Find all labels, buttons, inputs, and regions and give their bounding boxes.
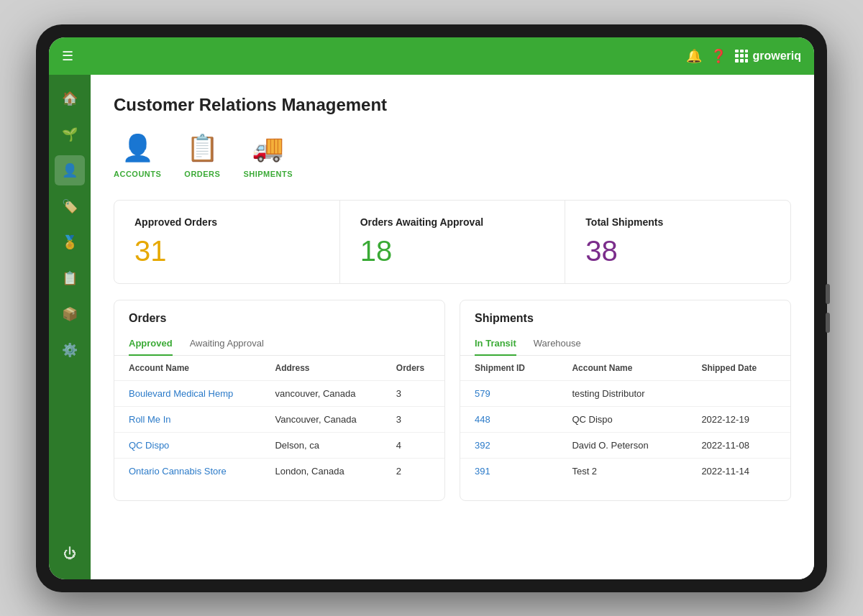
sidebar-item-award[interactable]: 🏅 xyxy=(55,227,85,257)
shipment-date: 2022-12-19 xyxy=(687,406,790,432)
approved-orders-label: Approved Orders xyxy=(134,216,319,228)
sidebar-item-clipboard[interactable]: 📋 xyxy=(55,263,85,293)
sidebar-item-flag[interactable]: 🏷️ xyxy=(55,191,85,221)
device-side-buttons xyxy=(826,284,830,333)
sidebar: 🏠 🌱 👤 🏷️ 🏅 📋 📦 ⚙️ ⏻ xyxy=(49,75,91,579)
order-address: vancouver, Canada xyxy=(260,380,381,406)
shipment-id-link[interactable]: 391 xyxy=(460,458,557,484)
shipments-panel: Shipments In Transit Warehouse Shipment … xyxy=(460,300,791,501)
bell-icon[interactable]: 🔔 xyxy=(686,48,702,64)
order-count: 4 xyxy=(382,432,444,458)
screen: ☰ 🔔 ❓ groweriq 🏠 🌱 xyxy=(49,37,814,579)
table-row: Roll Me In Vancouver, Canada 3 xyxy=(114,406,444,432)
orders-col-name: Account Name xyxy=(114,356,260,381)
total-shipments-value: 38 xyxy=(585,235,770,267)
shipments-col-date: Shipped Date xyxy=(687,356,790,381)
shipments-col-id: Shipment ID xyxy=(460,356,557,381)
shipment-date xyxy=(687,380,790,406)
order-address: Vancouver, Canada xyxy=(260,406,381,432)
shipments-icon: 🚚 xyxy=(251,131,286,165)
order-count: 3 xyxy=(382,406,444,432)
table-row: 579 testing Distributor xyxy=(460,380,790,406)
hamburger-icon[interactable]: ☰ xyxy=(62,48,73,64)
table-row: 392 David O. Peterson 2022-11-08 xyxy=(460,432,790,458)
table-row: Ontario Cannabis Store London, Canada 2 xyxy=(114,458,444,484)
shipments-panel-title: Shipments xyxy=(460,300,790,325)
table-row: Boulevard Medical Hemp vancouver, Canada… xyxy=(114,380,444,406)
order-account-link[interactable]: QC Dispo xyxy=(114,432,260,458)
sidebar-item-plant[interactable]: 🌱 xyxy=(55,119,85,150)
shipment-id-link[interactable]: 448 xyxy=(460,406,557,432)
shipment-account: QC Dispo xyxy=(557,406,687,432)
shipment-date: 2022-11-14 xyxy=(687,458,790,484)
sidebar-item-power[interactable]: ⏻ xyxy=(55,539,85,569)
stat-total-shipments: Total Shipments 38 xyxy=(565,201,790,283)
orders-table: Account Name Address Orders Boulevard Me… xyxy=(114,356,444,484)
topbar: ☰ 🔔 ❓ groweriq xyxy=(49,37,814,75)
shipment-account: David O. Peterson xyxy=(557,432,687,458)
shipment-account: Test 2 xyxy=(557,458,687,484)
tab-awaiting-approval[interactable]: Awaiting Approval xyxy=(190,332,264,356)
tab-approved[interactable]: Approved xyxy=(129,332,173,356)
order-account-link[interactable]: Roll Me In xyxy=(114,406,260,432)
order-account-link[interactable]: Boulevard Medical Hemp xyxy=(114,380,260,406)
tab-in-transit[interactable]: In Transit xyxy=(475,332,516,356)
brand-name: groweriq xyxy=(752,50,801,63)
orders-table-wrap: Account Name Address Orders Boulevard Me… xyxy=(114,356,444,484)
device-frame: ☰ 🔔 ❓ groweriq 🏠 🌱 xyxy=(36,24,827,592)
nav-icon-accounts[interactable]: 👤 ACCOUNTS xyxy=(114,131,161,178)
table-row: 391 Test 2 2022-11-14 xyxy=(460,458,790,484)
shipments-panel-tabs: In Transit Warehouse xyxy=(460,332,790,356)
order-address: London, Canada xyxy=(260,458,381,484)
order-address: Delson, ca xyxy=(260,432,381,458)
nav-icon-orders[interactable]: 📋 ORDERS xyxy=(184,131,220,178)
panels-row: Orders Approved Awaiting Approval Accoun… xyxy=(114,300,791,501)
shipments-col-account: Account Name xyxy=(557,356,687,381)
sidebar-item-box[interactable]: 📦 xyxy=(55,299,85,329)
orders-panel: Orders Approved Awaiting Approval Accoun… xyxy=(114,300,445,501)
order-account-link[interactable]: Ontario Cannabis Store xyxy=(114,458,260,484)
stat-awaiting-approval: Orders Awaiting Approval 18 xyxy=(340,201,566,283)
main-layout: 🏠 🌱 👤 🏷️ 🏅 📋 📦 ⚙️ ⏻ Customer Relations M… xyxy=(49,75,814,579)
sidebar-item-home[interactable]: 🏠 xyxy=(55,83,85,114)
table-row: 448 QC Dispo 2022-12-19 xyxy=(460,406,790,432)
order-count: 3 xyxy=(382,380,444,406)
sidebar-item-person[interactable]: 👤 xyxy=(55,155,85,185)
nav-icon-shipments[interactable]: 🚚 SHIPMENTS xyxy=(243,131,293,178)
awaiting-approval-value: 18 xyxy=(360,235,545,267)
shipment-id-link[interactable]: 392 xyxy=(460,432,557,458)
total-shipments-label: Total Shipments xyxy=(585,216,770,228)
shipments-table-wrap: Shipment ID Account Name Shipped Date 57… xyxy=(460,356,790,484)
stats-row: Approved Orders 31 Orders Awaiting Appro… xyxy=(114,200,791,284)
stat-approved-orders: Approved Orders 31 xyxy=(114,201,340,283)
help-icon[interactable]: ❓ xyxy=(711,48,726,64)
topbar-right: 🔔 ❓ groweriq xyxy=(686,48,801,64)
nav-icons-row: 👤 ACCOUNTS 📋 ORDERS 🚚 SHIPMENTS xyxy=(114,131,791,184)
orders-col-address: Address xyxy=(260,356,381,381)
shipment-date: 2022-11-08 xyxy=(687,432,790,458)
brand-grid-icon xyxy=(735,50,748,63)
brand-logo: groweriq xyxy=(735,50,801,63)
orders-icon: 📋 xyxy=(185,131,219,165)
accounts-icon: 👤 xyxy=(120,131,155,165)
shipments-label: SHIPMENTS xyxy=(243,170,293,178)
tab-warehouse[interactable]: Warehouse xyxy=(534,332,581,356)
content-area: Customer Relations Management 👤 ACCOUNTS… xyxy=(91,75,814,579)
shipment-account: testing Distributor xyxy=(557,380,687,406)
shipment-id-link[interactable]: 579 xyxy=(460,380,557,406)
awaiting-approval-label: Orders Awaiting Approval xyxy=(360,216,545,228)
orders-col-orders: Orders xyxy=(382,356,444,381)
shipments-table: Shipment ID Account Name Shipped Date 57… xyxy=(460,356,790,484)
order-count: 2 xyxy=(382,458,444,484)
page-title: Customer Relations Management xyxy=(114,95,791,115)
approved-orders-value: 31 xyxy=(134,235,319,267)
accounts-label: ACCOUNTS xyxy=(114,170,161,178)
orders-panel-title: Orders xyxy=(114,300,444,325)
table-row: QC Dispo Delson, ca 4 xyxy=(114,432,444,458)
orders-label: ORDERS xyxy=(184,170,220,178)
sidebar-item-settings[interactable]: ⚙️ xyxy=(55,335,85,365)
orders-panel-tabs: Approved Awaiting Approval xyxy=(114,332,444,356)
